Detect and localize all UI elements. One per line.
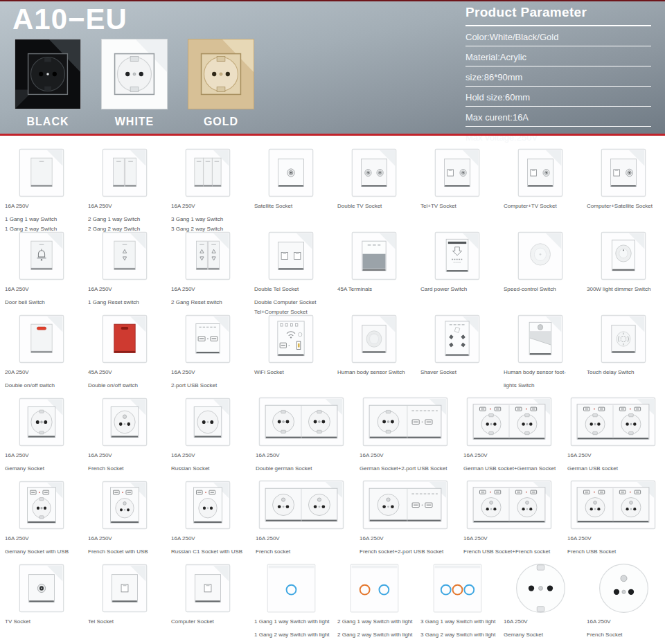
caption-line: 16A 250V: [171, 452, 245, 459]
product-caption: 16A 250V2-port USB Socket: [171, 369, 245, 392]
product-item-french-socket-round: 16A 250VFrench Socket: [582, 560, 665, 641]
caption-line: Double TV Socket: [337, 203, 411, 210]
grid-row: 16A 250VDoor bell Switch16A 250V1 Gang R…: [0, 227, 665, 310]
french-usb-french-socket-image: [466, 480, 552, 530]
two-gang-reset-switch-image: [185, 231, 231, 280]
double-german-socket-image: [258, 397, 344, 447]
product-item-german-usb-socket: 16A 250VGerman USB socket: [561, 393, 665, 475]
product-caption: Double TV Socket: [337, 203, 411, 216]
product-item-german-socket-usb-combo: 16A 250VGerman Socket+2-port USB Socket: [353, 393, 457, 475]
parameter-row-max-voltage: Max voltage:250V: [466, 127, 651, 146]
tv-socket-image: [19, 564, 64, 613]
product-caption: 16A 250VDouble german Socket: [256, 452, 347, 475]
german-socket-round-image: [515, 562, 567, 614]
product-caption: 16A 250VFrench USB Socket+French socket: [463, 535, 555, 558]
thumbnail-wrap: [351, 144, 397, 201]
caption-line: Double Tel Socket: [254, 286, 328, 293]
product-item-french-socket-usb-combo: 16A 250VFrench socket+2-port USB Socket: [353, 476, 457, 558]
product-caption: 2 Gang 1 way Switch with light2 Gang 2 w…: [337, 618, 411, 641]
caption-line: 16A 250V: [463, 452, 555, 459]
product-caption: Card power Switch: [420, 286, 494, 299]
caption-line: 3 Gang 2 way Switch with light: [420, 632, 494, 638]
foot-light-sensor-switch-image: [517, 314, 563, 364]
caption-line: Russian Socket: [171, 465, 245, 472]
product-caption: 16A 250VFrench Socket with USB: [88, 535, 161, 558]
product-caption: Speed-control Switch: [504, 286, 577, 299]
light-dimmer-switch-image: [601, 231, 646, 280]
product-item-door-bell-switch: 16A 250VDoor bell Switch: [0, 227, 83, 318]
thumbnail-wrap: [362, 476, 448, 533]
product-item-wifi-socket: WiFi Socket: [249, 310, 332, 392]
gold-socket-image: [187, 38, 255, 110]
product-caption: 16A 250VGemany Socket: [5, 452, 78, 475]
parameter-title: Product Parameter: [466, 5, 651, 26]
thumbnail-wrap: [266, 560, 317, 616]
caption-line: Shaver Socket: [420, 369, 494, 376]
caption-line: French Socket: [587, 632, 660, 638]
caption-line: 16A 250V: [171, 203, 245, 210]
caption-line: 1 Gang 1 way Switch: [5, 216, 78, 223]
caption-line: French Socket with USB: [88, 548, 161, 555]
caption-line: 16A 250V: [171, 535, 245, 542]
product-caption: 16A 250VRussian C1 Socket with USB: [171, 535, 245, 558]
german-usb-socket-image: [570, 397, 656, 447]
thumbnail-wrap: [362, 393, 448, 450]
caption-line: 16A 250V: [5, 452, 78, 459]
parameter-row-color: Color:White/Black/Gold: [466, 26, 651, 46]
product-caption: Shaver Socket: [420, 369, 494, 382]
thumbnail-wrap: [466, 476, 552, 533]
thumbnail-wrap: [351, 310, 397, 367]
product-item-touch-delay-switch: Touch delay Switch: [582, 310, 665, 392]
product-caption: 16A 250VGemany Socket with USB: [5, 535, 78, 558]
parameter-row-max-current: Max curent:16A: [466, 107, 651, 127]
parameter-row-hole-size: Hold size:60mm: [466, 87, 651, 107]
satellite-socket-image: [268, 148, 314, 197]
caption-line: Double on/off switch: [5, 382, 78, 389]
product-item-german-socket-round: 16A 250VGemany Socket: [499, 560, 582, 641]
grid-row: TV SocketTel SocketComputer Socket1 Gang…: [0, 560, 665, 643]
touch-switch-1gang-image: [266, 563, 317, 614]
caption-line: 16A 250V: [256, 452, 347, 459]
caption-line: 2 Gang 2 way Switch with light: [337, 632, 411, 638]
variant-black: BLACK: [14, 38, 82, 128]
computer-satellite-socket-image: [601, 148, 646, 197]
product-caption: 16A 250VFrench Socket: [88, 452, 161, 475]
variant-samples: BLACK WHITE: [14, 38, 255, 128]
product-caption: 45A Terminals: [337, 286, 411, 299]
caption-line: lights Switch: [504, 382, 577, 389]
caption-line: Computer Socket: [171, 618, 245, 625]
caption-line: Computer+Satellite Socket: [587, 203, 660, 210]
product-item-double-french-socket: 16A 250VFrench socket: [249, 476, 353, 558]
product-item-two-gang-reset-switch: 16A 250V2 Gang Reset switch: [166, 227, 249, 318]
variant-gold: GOLD: [187, 38, 255, 128]
product-item-tel-socket: Tel Socket: [83, 560, 166, 641]
product-item-two-gang-switch: 16A 250V2 Gang 1 way Switch2 Gang 2 way …: [83, 144, 166, 235]
thumbnail-wrap: [19, 227, 64, 284]
variant-label: WHITE: [115, 116, 154, 128]
thumbnail-wrap: [517, 310, 563, 367]
double-tel-socket-image: [268, 231, 314, 280]
caption-line: 16A 250V: [5, 286, 78, 293]
caption-line: Gemany Socket with USB: [5, 548, 78, 555]
thumbnail-wrap: [19, 560, 64, 616]
thumbnail-wrap: [185, 560, 231, 616]
thumbnail-wrap: [598, 560, 650, 616]
caption-line: French USB Socket: [567, 548, 659, 555]
touch-switch-3gang-image: [432, 563, 483, 614]
variant-label: GOLD: [204, 116, 238, 128]
thumbnail-wrap: [570, 476, 656, 533]
product-item-computer-satellite-socket: Computer+Satellite Socket: [582, 144, 665, 235]
product-item-tv-socket: TV Socket: [0, 560, 83, 641]
thumbnail-wrap: [349, 560, 400, 616]
product-item-foot-light-sensor-switch: Human body sensor foot-lights Switch: [499, 310, 582, 392]
thumbnail-wrap: [432, 560, 483, 616]
caption-line: French socket+2-port USB Socket: [360, 548, 451, 555]
caption-line: 1 Gang 1 way Switch with light: [254, 618, 328, 625]
thumbnail-wrap: [102, 144, 148, 201]
thumbnail-wrap: [185, 476, 231, 533]
caption-line: 16A 250V: [256, 535, 347, 542]
caption-line: 16A 250V: [5, 203, 78, 210]
product-item-french-usb-french-socket: 16A 250VFrench USB Socket+French socket: [457, 476, 561, 558]
product-caption: 16A 250VGemany Socket: [504, 618, 577, 641]
caption-line: 16A 250V: [587, 618, 660, 625]
